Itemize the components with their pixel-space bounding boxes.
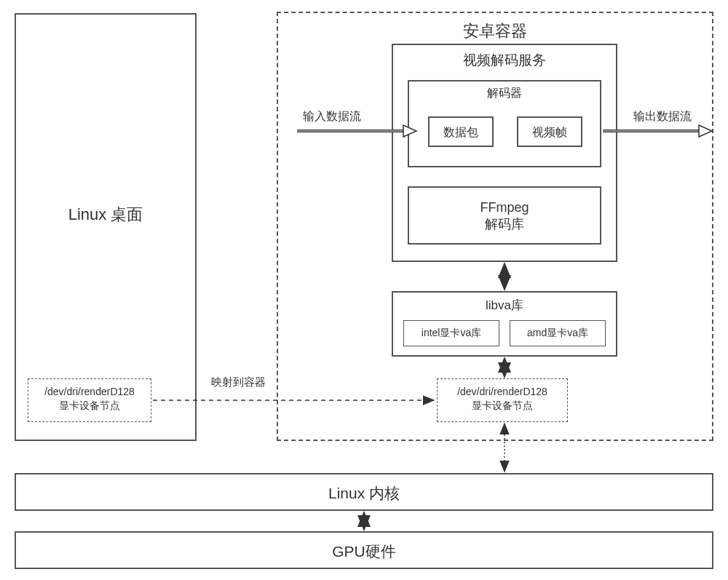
linux-dev-node-box: /dev/dri/renderD128 显卡设备节点 (28, 378, 151, 422)
dev-node-desc-text: 显卡设备节点 (59, 400, 120, 411)
video-service-title: 视频解码服务 (393, 51, 616, 70)
mapping-label: 映射到容器 (211, 376, 266, 389)
ffmpeg-name: FFmpeg (480, 200, 529, 215)
output-stream-label: 输出数据流 (633, 109, 692, 124)
linux-kernel-box: Linux 内核 (15, 473, 713, 511)
linux-dev-node-path: /dev/dri/renderD128 显卡设备节点 (28, 385, 151, 413)
amd-va-label: amd显卡va库 (510, 327, 605, 340)
input-stream-label: 输入数据流 (303, 109, 361, 124)
ffmpeg-box: FFmpeg 解码库 (408, 186, 601, 245)
dev-node-path-text: /dev/dri/renderD128 (44, 386, 135, 397)
linux-desktop-title: Linux 桌面 (16, 204, 195, 226)
linux-desktop-box: Linux 桌面 (15, 13, 197, 441)
ffmpeg-label: FFmpeg 解码库 (409, 199, 600, 234)
android-dev-node-box: /dev/dri/renderD128 显卡设备节点 (437, 378, 568, 422)
gpu-hardware-label: GPU硬件 (16, 541, 712, 562)
gpu-hardware-box: GPU硬件 (15, 531, 713, 569)
packet-label: 数据包 (430, 125, 492, 140)
android-dev-node-label: /dev/dri/renderD128 显卡设备节点 (438, 385, 567, 413)
amd-va-box: amd显卡va库 (510, 320, 606, 346)
decoder-title: 解码器 (409, 86, 600, 101)
packet-box: 数据包 (428, 116, 494, 147)
frame-box: 视频帧 (517, 116, 582, 147)
linux-kernel-label: Linux 内核 (16, 483, 712, 504)
android-dev-node-desc: 显卡设备节点 (472, 400, 533, 411)
ffmpeg-desc: 解码库 (485, 217, 524, 231)
intel-va-box: intel显卡va库 (403, 320, 499, 346)
android-container-title: 安卓容器 (278, 20, 712, 42)
intel-va-label: intel显卡va库 (404, 327, 499, 340)
android-dev-node-path: /dev/dri/renderD128 (457, 386, 547, 397)
libva-title: libva库 (393, 297, 616, 314)
frame-label: 视频帧 (518, 125, 581, 140)
